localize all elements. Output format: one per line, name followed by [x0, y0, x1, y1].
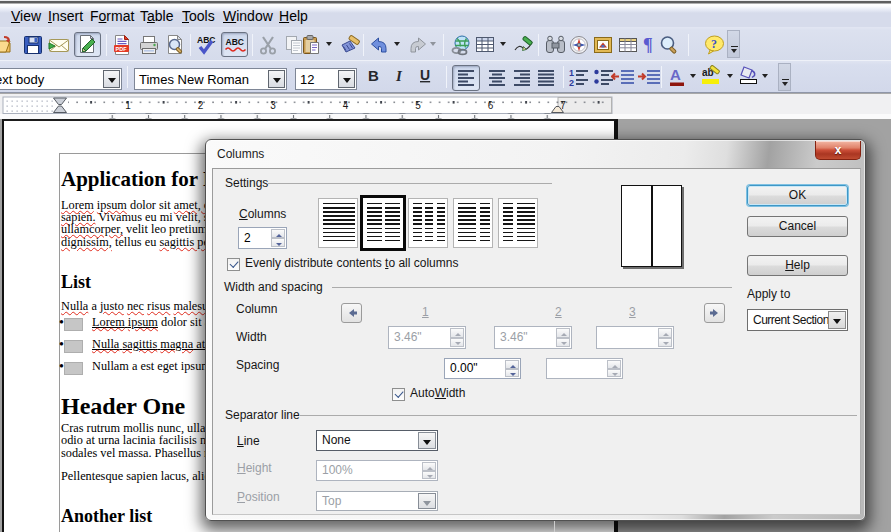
svg-text:4: 4: [343, 100, 349, 111]
svg-text:PDF: PDF: [116, 46, 128, 52]
svg-text:¶: ¶: [643, 35, 653, 55]
svg-text:?: ?: [711, 37, 717, 51]
svg-text:3: 3: [270, 100, 276, 111]
svg-text:ABC: ABC: [226, 37, 244, 47]
svg-text:1: 1: [569, 68, 574, 78]
svg-text:6: 6: [488, 100, 494, 111]
svg-text:B: B: [368, 67, 379, 84]
svg-text:2: 2: [569, 78, 574, 88]
svg-text:U: U: [420, 67, 430, 83]
svg-text:A: A: [670, 66, 681, 83]
svg-text:ABC: ABC: [197, 35, 215, 45]
svg-text:I: I: [395, 68, 403, 84]
svg-text:2: 2: [198, 100, 204, 111]
svg-text:1: 1: [125, 100, 131, 111]
svg-text:5: 5: [415, 100, 421, 111]
